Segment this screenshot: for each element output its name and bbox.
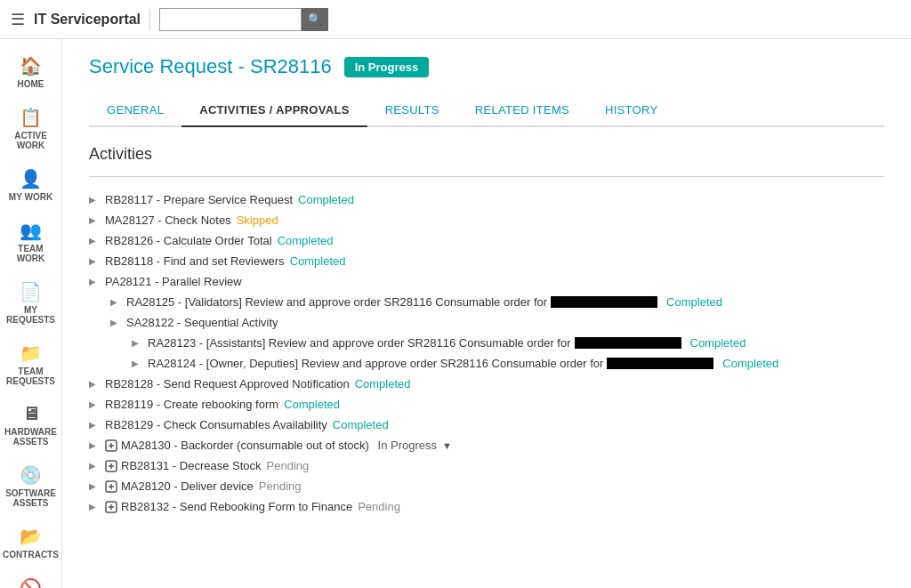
expand-arrow[interactable]: ▶ <box>89 236 100 246</box>
activity-name: - Decrease Stock <box>169 459 261 472</box>
tab-activities-approvals[interactable]: ACTIVITIES / APPROVALS <box>181 94 367 127</box>
activity-row: ▶ PA28121 - Parallel Review <box>89 271 884 292</box>
status-skipped: Skipped <box>237 213 278 227</box>
tab-results[interactable]: RESULTS <box>367 94 457 127</box>
tab-history[interactable]: HISTORY <box>587 94 675 127</box>
redacted-content <box>575 337 681 349</box>
manual-icon <box>105 439 117 452</box>
activity-row: ▶ RA28124 - [Owner, Deputies] Review and… <box>89 353 884 374</box>
activity-row: ▶ RB28117 - Prepare Service Request Comp… <box>89 189 884 210</box>
search-button[interactable]: 🔍 <box>302 8 328 31</box>
activity-id: RA28123 <box>148 336 196 350</box>
activity-id: MA28120 <box>121 479 171 493</box>
expand-arrow[interactable]: ▶ <box>89 502 100 511</box>
activity-row: ▶ RA28125 - [Validators] Review and appr… <box>89 292 884 312</box>
sidebar-item-team-requests[interactable]: 📁 TEAM REQUESTS <box>0 334 61 395</box>
activity-row: ▶ RA28123 - [Assistants] Review and appr… <box>89 333 884 353</box>
activity-id: RB28131 <box>121 459 169 472</box>
activity-row: ▶ RB28118 - Find and set Reviewers Compl… <box>89 251 884 271</box>
activity-id: RB28128 <box>105 377 153 391</box>
tab-general[interactable]: GENERAL <box>89 94 181 127</box>
expand-arrow[interactable]: ▶ <box>89 277 100 286</box>
search-bar: 🔍 <box>159 8 328 31</box>
app-title: IT Serviceportal <box>34 12 141 28</box>
status-completed: Completed <box>722 357 778 370</box>
activity-name: - Deliver device <box>171 479 254 493</box>
sidebar-item-my-requests[interactable]: 📄 MY REQUESTS <box>0 272 61 334</box>
sidebar-item-my-work[interactable]: 👤 MY WORK <box>0 159 61 211</box>
activity-row: ▶ MA28130 - Backorder (consumable out of… <box>89 435 884 455</box>
expand-arrow[interactable]: ▶ <box>132 338 142 348</box>
sidebar-item-team-work[interactable]: 👥 TEAM WORK <box>0 211 61 272</box>
activity-row: ▶ SA28122 - Sequential Activity <box>89 312 884 333</box>
status-completed: Completed <box>690 336 746 350</box>
home-icon: 🏠 <box>20 55 42 77</box>
status-completed: Completed <box>666 295 722 309</box>
sidebar-item-home[interactable]: 🏠 HOME <box>0 46 61 98</box>
expand-arrow[interactable]: ▶ <box>110 297 121 307</box>
dropdown-arrow[interactable]: ▼ <box>442 440 452 451</box>
sidebar-item-label: HARDWARE ASSETS <box>4 427 58 447</box>
page-title: Service Request - SR28116 <box>89 55 332 78</box>
topbar-divider <box>149 9 150 30</box>
redacted-content <box>551 296 657 308</box>
sidebar-item-label: ACTIVE WORK <box>4 131 58 150</box>
status-completed: Completed <box>278 234 334 247</box>
expand-arrow[interactable]: ▶ <box>132 358 142 368</box>
expand-arrow[interactable]: ▶ <box>89 461 100 471</box>
expand-arrow[interactable]: ▶ <box>89 379 100 389</box>
forbidden-software-icon: 🚫 <box>20 577 42 588</box>
activity-id: RB28129 <box>105 418 153 431</box>
tabs: GENERAL ACTIVITIES / APPROVALS RESULTS R… <box>89 94 884 127</box>
sidebar-item-label: SOFTWARE ASSETS <box>4 488 58 508</box>
expand-arrow[interactable]: ▶ <box>89 440 100 450</box>
contracts-icon: 📂 <box>20 526 42 547</box>
activity-name: - Send Rebooking Form to Finance <box>169 500 352 513</box>
status-pending: Pending <box>267 459 310 472</box>
expand-arrow[interactable]: ▶ <box>89 420 100 430</box>
hardware-assets-icon: 🖥 <box>22 404 40 424</box>
activity-id: RB28126 <box>105 234 153 247</box>
expand-arrow[interactable]: ▶ <box>89 256 100 266</box>
activity-id: RB28118 <box>105 254 153 268</box>
expand-arrow[interactable]: ▶ <box>89 481 100 491</box>
status-completed: Completed <box>298 193 354 206</box>
sidebar-item-software-assets[interactable]: 💿 SOFTWARE ASSETS <box>0 455 61 517</box>
sidebar-item-label: TEAM WORK <box>4 244 58 263</box>
activity-id: SA28122 <box>126 316 174 329</box>
status-badge: In Progress <box>344 57 430 77</box>
activities-section: Activities ▶ RB28117 - Prepare Service R… <box>62 127 911 535</box>
expand-arrow[interactable]: ▶ <box>89 215 100 225</box>
section-divider <box>89 176 884 177</box>
activity-name: - Send Request Approved Notification <box>153 377 349 391</box>
my-work-icon: 👤 <box>20 168 42 189</box>
software-assets-icon: 💿 <box>20 464 42 486</box>
sidebar-item-label: HOME <box>18 79 44 89</box>
sidebar-item-label: TEAM REQUESTS <box>4 366 58 386</box>
status-pending: Pending <box>358 500 400 513</box>
page-header: Service Request - SR28116 In Progress GE… <box>62 39 911 127</box>
page-title-row: Service Request - SR28116 In Progress <box>89 55 884 78</box>
expand-arrow[interactable]: ▶ <box>110 318 121 327</box>
sidebar-item-active-work[interactable]: 📋 ACTIVE WORK <box>0 98 61 159</box>
sidebar-item-contracts[interactable]: 📂 CONTRACTS <box>0 517 61 568</box>
manual-icon <box>105 501 117 513</box>
expand-arrow[interactable]: ▶ <box>89 399 100 409</box>
sidebar-item-hardware-assets[interactable]: 🖥 HARDWARE ASSETS <box>0 395 61 455</box>
activity-row: ▶ RB28132 - Send Rebooking Form to Finan… <box>89 496 884 517</box>
activities-title: Activities <box>89 145 884 164</box>
menu-icon[interactable]: ☰ <box>11 10 25 29</box>
activity-id: RB28119 <box>105 398 153 411</box>
team-requests-icon: 📁 <box>20 342 42 364</box>
topbar: ☰ IT Serviceportal 🔍 <box>0 0 911 39</box>
sidebar-item-forbidden-software[interactable]: 🚫 FORBIDDEN SOFTWARE <box>0 568 61 588</box>
search-input[interactable] <box>159 8 302 31</box>
activity-id: RA28124 <box>148 357 196 370</box>
expand-arrow[interactable]: ▶ <box>89 195 100 205</box>
activity-row: ▶ RB28126 - Calculate Order Total Comple… <box>89 230 884 251</box>
status-pending: Pending <box>259 479 302 493</box>
activity-name: - Check Notes <box>155 213 231 227</box>
sidebar-item-label: MY WORK <box>9 192 52 202</box>
tab-related-items[interactable]: RELATED ITEMS <box>457 94 587 127</box>
activity-row: ▶ RB28119 - Create rebooking form Comple… <box>89 394 884 415</box>
